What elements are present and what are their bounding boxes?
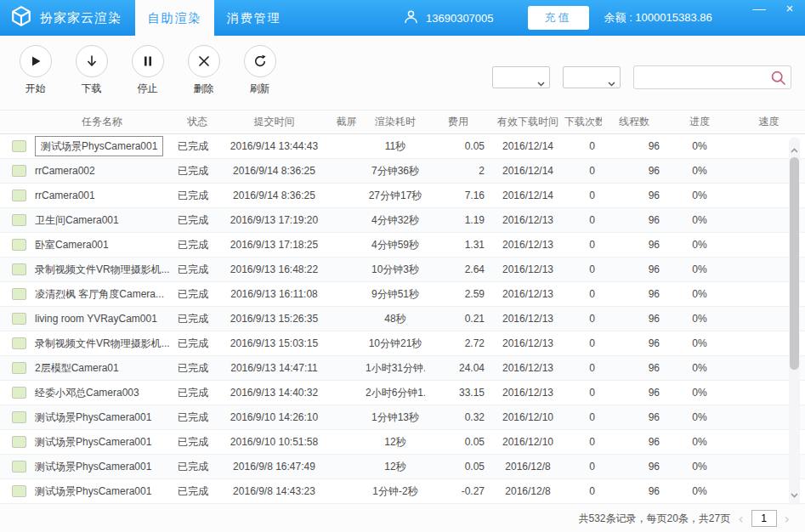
table-row[interactable]: 经委小邓总Camera003已完成2016/9/13 14:40:322小时6分…	[0, 381, 805, 405]
table-row[interactable]: 测试场景PhysCamera001已完成2016/9/8 16:47:4912秒…	[0, 455, 805, 479]
chevron-down-icon	[537, 75, 545, 90]
cell-status: 已完成	[173, 159, 221, 184]
stop-button[interactable]: 停止	[125, 45, 170, 96]
cell-name: 测试场景PhysCamera001	[31, 455, 173, 479]
cell-shot	[327, 184, 366, 208]
play-icon[interactable]	[20, 45, 52, 77]
prev-page-icon[interactable]: ‹	[736, 511, 745, 527]
scroll-thumb[interactable]	[790, 157, 799, 370]
task-thumbnail-icon	[12, 140, 26, 152]
delete-icon[interactable]	[188, 45, 220, 77]
table-row[interactable]: 凌清烈枫 客厅角度Camera...已完成2016/9/13 16:11:089…	[0, 282, 805, 307]
cell-duration: 4分钟32秒	[366, 208, 425, 233]
cell-threads: 96	[602, 307, 666, 331]
cell-threads: 96	[602, 405, 666, 430]
delete-button[interactable]: 删除	[181, 45, 226, 96]
cell-duration: 1分钟13秒	[366, 405, 425, 430]
cell-name: living room YVRayCam001	[31, 307, 173, 331]
table-row[interactable]: 卧室Camera001已完成2016/9/13 17:18:254分钟59秒1.…	[0, 233, 805, 258]
scroll-down-icon[interactable]	[791, 486, 798, 501]
next-page-icon[interactable]: ›	[783, 511, 791, 527]
scrollbar[interactable]	[789, 137, 800, 506]
cell-cost: 2.64	[425, 258, 491, 282]
filter-bar	[492, 65, 791, 89]
cell-valid: 2016/12/10	[491, 405, 564, 430]
search-icon[interactable]	[770, 70, 786, 89]
table-row[interactable]: 测试场景PhysCamera001已完成2016/9/14 13:44:4311…	[0, 134, 805, 159]
download-button[interactable]: 下载	[69, 45, 114, 96]
download-icon[interactable]	[76, 45, 108, 77]
filter-select-1[interactable]	[492, 66, 550, 88]
cell-valid: 2016/12/10	[491, 430, 564, 455]
cell-dlcount: 0	[564, 356, 602, 381]
table-row[interactable]: 录制视频文件VR物理摄影机...已完成2016/9/13 15:03:1510分…	[0, 331, 805, 356]
cell-submit: 2016/9/13 16:48:22	[221, 258, 327, 282]
cell-duration: 7分钟36秒	[366, 159, 425, 184]
cell-progress: 0%	[666, 233, 733, 258]
table-row[interactable]: rrCamera001已完成2016/9/14 8:36:2527分钟17秒7.…	[0, 184, 805, 208]
filter-select-2[interactable]	[563, 66, 621, 88]
cell-cost: 33.15	[425, 381, 491, 405]
cell-icon	[0, 282, 31, 307]
cell-status: 已完成	[173, 208, 221, 233]
tab-self-render[interactable]: 自助渲染	[135, 0, 214, 36]
start-button[interactable]: 开始	[13, 45, 58, 96]
cell-progress: 0%	[666, 159, 733, 184]
cell-icon	[0, 233, 31, 258]
tab-consumption[interactable]: 消费管理	[214, 0, 293, 36]
close-button[interactable]: ×	[781, 1, 798, 16]
table-row[interactable]: 录制视频文件VR物理摄影机...已完成2016/9/13 16:48:2210分…	[0, 258, 805, 282]
app-brand: 扮家家云渲染	[0, 0, 135, 36]
task-name-editbox[interactable]: 测试场景PhysCamera001	[35, 136, 163, 156]
cell-threads: 96	[602, 479, 666, 504]
cell-duration: 48秒	[366, 307, 425, 331]
page-input[interactable]	[751, 510, 777, 527]
cell-status: 已完成	[173, 307, 221, 331]
cell-progress: 0%	[666, 381, 733, 405]
cell-duration: 12秒	[366, 430, 425, 455]
cell-icon	[0, 381, 31, 405]
cell-dlcount: 0	[564, 405, 602, 430]
task-thumbnail-icon	[12, 411, 26, 423]
col-header-submit: 提交时间	[221, 115, 327, 129]
cell-status: 已完成	[173, 479, 221, 504]
cell-status: 已完成	[173, 134, 221, 159]
cell-dlcount: 0	[564, 381, 602, 405]
refresh-icon[interactable]	[244, 45, 276, 77]
cell-duration: 9分钟51秒	[366, 282, 425, 307]
cell-shot	[327, 307, 366, 331]
cell-cost: 0.05	[425, 134, 491, 159]
cell-submit: 2016/9/13 17:19:20	[221, 208, 327, 233]
table-row[interactable]: 测试场景PhysCamera001已完成2016/9/8 14:43:231分钟…	[0, 479, 805, 504]
cell-name: 测试场景PhysCamera001	[31, 134, 173, 159]
cell-progress: 0%	[666, 184, 733, 208]
refresh-button[interactable]: 刷新	[237, 45, 282, 96]
task-thumbnail-icon	[12, 214, 26, 226]
minimize-button[interactable]: —	[751, 1, 768, 16]
download-label: 下载	[69, 82, 114, 96]
cell-threads: 96	[602, 381, 666, 405]
cell-progress: 0%	[666, 282, 733, 307]
search-box	[633, 65, 791, 89]
table-row[interactable]: rrCamera002已完成2016/9/14 8:36:257分钟36秒220…	[0, 159, 805, 184]
search-input[interactable]	[640, 67, 769, 88]
table-row[interactable]: 2层模型Camera01已完成2016/9/13 14:47:111小时31分钟…	[0, 356, 805, 381]
cell-duration: 11秒	[366, 134, 425, 159]
cell-threads: 96	[602, 184, 666, 208]
cell-progress: 0%	[666, 430, 733, 455]
recharge-button[interactable]: 充值	[528, 6, 589, 30]
task-thumbnail-icon	[12, 165, 26, 177]
cell-valid: 2016/12/13	[491, 307, 564, 331]
table-row[interactable]: 卫生间Camera001已完成2016/9/13 17:19:204分钟32秒1…	[0, 208, 805, 233]
app-window: 扮家家云渲染 自助渲染 消费管理 13690307005 充值 余额 : 100…	[0, 0, 805, 532]
table-row[interactable]: living room YVRayCam001已完成2016/9/13 15:2…	[0, 307, 805, 331]
scroll-up-icon[interactable]	[791, 141, 798, 156]
table-row[interactable]: 测试场景PhysCamera001已完成2016/9/10 14:26:101分…	[0, 405, 805, 430]
pause-icon[interactable]	[132, 45, 164, 77]
cell-status: 已完成	[173, 233, 221, 258]
cell-progress: 0%	[666, 331, 733, 356]
cell-submit: 2016/9/13 15:26:35	[221, 307, 327, 331]
table-row[interactable]: 测试场景PhysCamera001已完成2016/9/10 10:51:5812…	[0, 430, 805, 455]
task-thumbnail-icon	[12, 387, 26, 399]
cell-shot	[327, 208, 366, 233]
